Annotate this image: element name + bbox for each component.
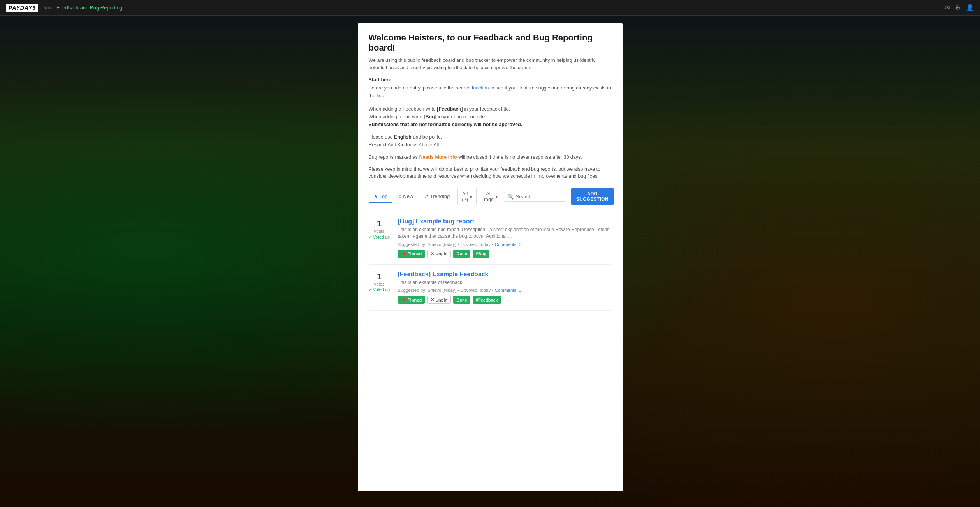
language-note: Please use English and be polite. Respec… — [369, 133, 612, 149]
vote-label-1: votes — [374, 229, 384, 233]
vote-section-2: 1 votes ✓ Voted up — [369, 271, 390, 292]
voted-up-2: ✓ Voted up — [369, 287, 390, 292]
navbar-actions: ✉ ⚙ 👤 — [945, 4, 974, 11]
suggestion-list: 1 votes ✓ Voted up [Bug] Example bug rep… — [369, 212, 612, 311]
voted-up-1: ✓ Voted up — [369, 234, 390, 239]
bug-instruction-line: When adding a bug write [Bug] in your bu… — [369, 113, 612, 121]
filter-trending[interactable]: ↗ Trending — [419, 190, 454, 203]
tag-unpin-2[interactable]: ✕ Unpin — [427, 296, 451, 304]
feedback-tag: [Feedback] — [437, 106, 463, 112]
user-icon[interactable]: 👤 — [966, 4, 974, 11]
start-here-label: Start here: — [369, 77, 612, 82]
format-warning: Submissions that are not formatted corre… — [369, 122, 523, 127]
search-box[interactable]: 🔍 — [504, 192, 566, 202]
search-icon: 🔍 — [507, 194, 514, 200]
settings-icon[interactable]: ⚙ — [955, 4, 961, 11]
author-1: Shievo — [428, 242, 441, 247]
chevron-down-icon: ▾ — [470, 194, 472, 200]
table-row: 1 votes ✓ Voted up [Feedback] Example Fe… — [369, 265, 612, 311]
before-entry-1: Before you add an entry, please use the — [369, 85, 455, 91]
english-label: English — [394, 134, 412, 140]
check-icon-1: ✓ — [369, 234, 372, 239]
comments-link-2[interactable]: Comments: 0 — [495, 288, 521, 293]
needs-more-info-tag: Needs More Info — [419, 154, 457, 160]
suggestion-desc-1: This is an example bug report. Descripti… — [398, 226, 612, 240]
needs-more-info-note: Bug reports marked as Needs More Info wi… — [369, 153, 612, 161]
filter-all[interactable]: All (2) ▾ — [457, 188, 477, 205]
filter-bar: ★ Top ○ New ↗ Trending All (2) ▾ All tag… — [369, 188, 612, 205]
suggestion-content-2: [Feedback] Example Feedback This is an e… — [398, 271, 612, 304]
page-wrapper: Welcome Heisters, to our Feedback and Bu… — [0, 16, 980, 507]
mail-icon[interactable]: ✉ — [945, 4, 950, 11]
filter-all-tags[interactable]: All tags ▾ — [480, 188, 502, 205]
navbar: PAYDAY3 Public Feedback and Bug Reportin… — [0, 0, 980, 16]
pin-icon-1: 📌 — [401, 251, 406, 256]
check-icon-2: ✓ — [369, 287, 372, 292]
feedback-instruction-line: When adding a Feedback write [Feedback] … — [369, 105, 612, 113]
tag-feedback-2[interactable]: #Feedback — [473, 296, 501, 304]
navbar-title: Public Feedback and Bug Reporting — [41, 5, 122, 11]
author-2: Shievo — [428, 288, 441, 293]
vote-count-1: 1 — [377, 219, 382, 228]
search-input[interactable] — [516, 194, 563, 200]
welcome-title: Welcome Heisters, to our Feedback and Bu… — [369, 33, 612, 53]
welcome-description: We are using this public feedback board … — [369, 57, 612, 72]
suggestion-title-1[interactable]: [Bug] Example bug report — [398, 218, 612, 225]
tag-done-1[interactable]: Done — [453, 250, 470, 258]
suggestion-tags-1: 📌 Pinned ✕ Unpin Done #Bug — [398, 250, 612, 258]
add-suggestion-button[interactable]: ADD SUGGESTION — [571, 188, 614, 205]
bug-tag: [Bug] — [424, 114, 436, 119]
prioritize-note: Please keep in mind that we will do our … — [369, 166, 612, 181]
pin-icon-2: 📌 — [401, 297, 406, 302]
vote-count-2: 1 — [377, 272, 382, 281]
suggestion-content-1: [Bug] Example bug report This is an exam… — [398, 218, 612, 258]
trending-icon: ↗ — [424, 193, 428, 199]
content-panel: Welcome Heisters, to our Feedback and Bu… — [358, 23, 623, 491]
suggestion-meta-1: Suggested by: Shievo (today) • Upvoted: … — [398, 242, 612, 247]
filter-top[interactable]: ★ Top — [369, 190, 392, 203]
circle-icon: ○ — [398, 193, 401, 199]
before-entry-text: Before you add an entry, please use the … — [369, 84, 612, 100]
respect-note: Respect And Kindness Above All. — [369, 141, 612, 149]
suggestion-desc-2: This is an example of feedback. — [398, 279, 612, 286]
table-row: 1 votes ✓ Voted up [Bug] Example bug rep… — [369, 212, 612, 265]
x-icon-2: ✕ — [431, 297, 434, 302]
vote-section-1: 1 votes ✓ Voted up — [369, 218, 390, 239]
x-icon-1: ✕ — [431, 251, 434, 256]
vote-label-2: votes — [374, 282, 384, 286]
tagging-instructions: When adding a Feedback write [Feedback] … — [369, 105, 612, 128]
tag-bug-1[interactable]: #Bug — [473, 250, 490, 258]
suggestion-title-2[interactable]: [Feedback] Example Feedback — [398, 271, 612, 278]
filter-new[interactable]: ○ New — [394, 190, 418, 203]
logo-text: PAYDAY3 — [6, 4, 38, 12]
suggestion-meta-2: Suggested by: Shievo (today) • Upvoted: … — [398, 288, 612, 293]
tag-pinned-2[interactable]: 📌 Pinned — [398, 296, 425, 304]
comments-link-1[interactable]: Comments: 0 — [495, 242, 521, 247]
chevron-down-icon-2: ▾ — [495, 194, 498, 200]
list-link[interactable]: list — [377, 93, 382, 98]
tag-done-2[interactable]: Done — [453, 296, 470, 304]
navbar-logo: PAYDAY3 Public Feedback and Bug Reportin… — [6, 4, 122, 12]
suggestion-tags-2: 📌 Pinned ✕ Unpin Done #Feedback — [398, 296, 612, 304]
search-function-link[interactable]: search function — [456, 85, 489, 91]
tag-unpin-1[interactable]: ✕ Unpin — [427, 250, 451, 258]
star-icon: ★ — [373, 193, 378, 199]
tag-pinned-1[interactable]: 📌 Pinned — [398, 250, 425, 258]
